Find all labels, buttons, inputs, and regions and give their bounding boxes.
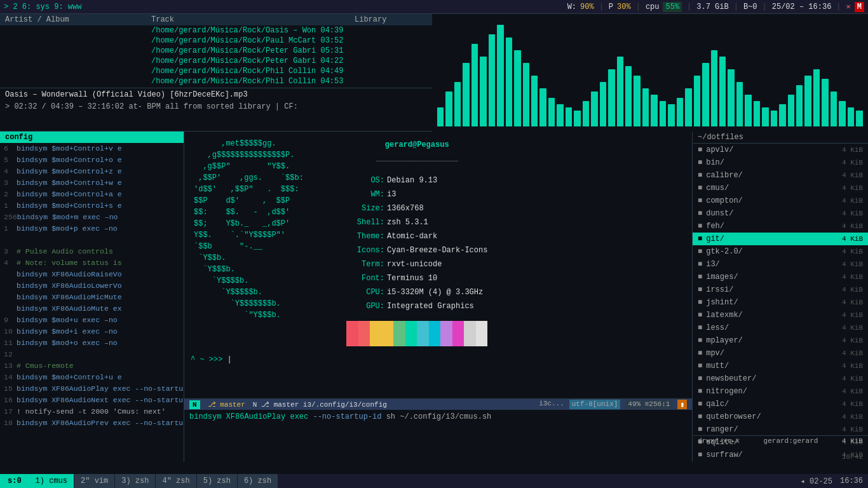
code-line: 9bindsym $mod+u exec –no — [0, 315, 184, 326]
vis-bar — [651, 95, 657, 126]
folder-icon: ■ — [698, 411, 702, 423]
file-row[interactable]: ■calibre/4 KiB — [693, 169, 868, 182]
file-row[interactable]: ■less/4 KiB — [693, 322, 868, 334]
file-row[interactable]: ■feh/4 KiB — [693, 220, 868, 233]
folder-icon: ■ — [698, 195, 702, 207]
folder-icon: ■ — [698, 182, 702, 194]
vis-bar — [608, 69, 614, 126]
file-row[interactable]: ■cmus/4 KiB — [693, 182, 868, 194]
palette-cell — [358, 321, 370, 346]
vis-bar — [617, 57, 623, 126]
vis-bar — [548, 98, 555, 126]
file-row[interactable]: ■bin/4 KiB — [693, 156, 868, 169]
vis-bar — [745, 95, 751, 126]
layout-value: B~0 — [743, 3, 757, 11]
tmux-tab-zsh[interactable]: 4" zsh — [156, 474, 196, 488]
nf-shell: zsh 5.3.1 — [387, 215, 428, 229]
folder-icon: ■ — [698, 335, 702, 346]
file-row[interactable]: ■mplayer/4 KiB — [693, 334, 868, 347]
p-label: P — [609, 3, 613, 11]
cmus-row: /home/gerard/Música/Rock/Phil Collin 04:… — [0, 76, 432, 86]
vis-bar — [583, 101, 589, 126]
tmux-tab-zsh[interactable]: 5) zsh — [197, 474, 238, 488]
left-panel: config 6bindsym $mod+Control+v e5bindsym… — [0, 132, 184, 462]
file-row[interactable]: ■i3/4 KiB — [693, 258, 868, 271]
file-owner: gerard:gerard — [764, 437, 818, 445]
vis-bar — [822, 79, 828, 126]
palette-cell — [417, 321, 429, 346]
file-path: N ⎇ master i3/.config/i3/config — [253, 400, 387, 409]
tmux-tab-zsh[interactable]: 3) zsh — [115, 474, 156, 488]
neofetch-container: ,met$$$$$gg. ,g$$$$$$$$$$$$$$$P. ,g$$P" … — [184, 132, 692, 353]
close-icon[interactable]: ✕ — [846, 2, 851, 11]
vis-bar — [660, 101, 666, 126]
folder-icon: ■ — [698, 220, 702, 232]
vis-bar — [856, 111, 862, 126]
workspace-indicator: > 2 6: sys 9: www — [4, 3, 81, 11]
palette-cell — [405, 321, 417, 346]
cmus-panel: Artist / Album Track Library /home/gerar… — [0, 14, 432, 132]
nf-gpu: Integrated Graphics — [387, 299, 474, 313]
vis-bar — [523, 63, 529, 126]
encoding: utf-8[unix] — [569, 400, 621, 409]
file-row[interactable]: ■git/4 KiB — [693, 233, 868, 245]
folder-icon: ■ — [698, 386, 702, 397]
file-row[interactable]: ■irssi/4 KiB — [693, 283, 868, 296]
vis-bar — [813, 69, 820, 126]
file-row[interactable]: ■compton/4 KiB — [693, 194, 868, 207]
file-row[interactable]: ■dunst/4 KiB — [693, 207, 868, 220]
file-row[interactable]: ■latexmk/4 KiB — [693, 309, 868, 322]
folder-icon: ■ — [698, 170, 702, 181]
code-line: bindsym XF86AudioLowerVo — [0, 280, 184, 292]
file-row[interactable]: ■mutt/4 KiB — [693, 360, 868, 372]
file-row[interactable]: ■ranger/4 KiB — [693, 423, 868, 436]
folder-icon: ■ — [698, 373, 702, 384]
code-line: bindsym XF86AudioMute ex — [0, 303, 184, 315]
folder-icon: ■ — [698, 424, 702, 435]
vim-mode: N — [189, 400, 200, 409]
vis-bar — [702, 63, 709, 126]
vis-bar — [796, 85, 803, 126]
tmux-left: s:0 — [0, 474, 29, 488]
file-row[interactable]: ■nitrogen/4 KiB — [693, 385, 868, 398]
cmus-header: Artist / Album Track Library — [0, 14, 432, 25]
bottom-code-panel: N ⎇ master N ⎇ master i3/.config/i3/conf… — [184, 398, 693, 462]
tmux-tab-cmus[interactable]: 1) cmus — [29, 474, 74, 488]
code-line: bindsym XF86AudioRaiseVo — [0, 269, 184, 280]
vis-bar — [454, 82, 461, 126]
code-lines: 6bindsym $mod+Control+v e5bindsym $mod+C… — [0, 143, 184, 429]
vis-bar — [445, 92, 452, 126]
folder-icon: ■ — [698, 144, 702, 156]
file-row[interactable]: ■apvlv/4 KiB — [693, 144, 868, 156]
file-row[interactable]: ■qutebrowser/4 KiB — [693, 410, 868, 423]
file-size-footer: 4 KiB — [842, 437, 863, 445]
file-row[interactable]: ■qalc/4 KiB — [693, 398, 868, 410]
vis-bar — [677, 98, 683, 126]
tmux-session[interactable]: s:0 — [0, 474, 29, 488]
code-line: bindsym XF86AudioMicMute — [0, 292, 184, 303]
vis-bar — [463, 63, 469, 126]
code-line: 16bindsym XF86AudioNext exec --no-startu… — [0, 395, 184, 406]
tmux-tab-zsh[interactable]: 6) zsh — [238, 474, 278, 488]
palette-cell — [440, 321, 452, 346]
vis-bar — [779, 104, 785, 126]
vis-bar — [788, 95, 794, 126]
vis-bar — [566, 107, 572, 126]
vis-bar — [634, 76, 640, 126]
file-row[interactable]: ■newsbeuter/4 KiB — [693, 372, 868, 385]
vis-bar — [762, 107, 768, 126]
file-row[interactable]: ■jshint/4 KiB — [693, 296, 868, 309]
file-perms: drwxr-xr-x — [698, 437, 740, 445]
w-label: W: — [567, 3, 576, 11]
vis-bar — [771, 111, 777, 126]
terminal-prompt: ^ ~ >>> | — [184, 353, 692, 367]
file-row[interactable]: ■images/4 KiB — [693, 271, 868, 283]
tmux-date: ◂ 02-25 — [801, 477, 832, 486]
bottom-code-content: bindsym XF86AudioPlay exec --no-startup-… — [184, 410, 692, 424]
vis-bar — [831, 92, 837, 126]
file-row[interactable]: ■mpv/4 KiB — [693, 347, 868, 360]
tmux-tab-vim[interactable]: 2" vim — [74, 474, 115, 488]
file-row[interactable]: ■gtk-2.0/4 KiB — [693, 245, 868, 258]
folder-icon: ■ — [698, 233, 702, 245]
palette-cell — [346, 321, 358, 346]
